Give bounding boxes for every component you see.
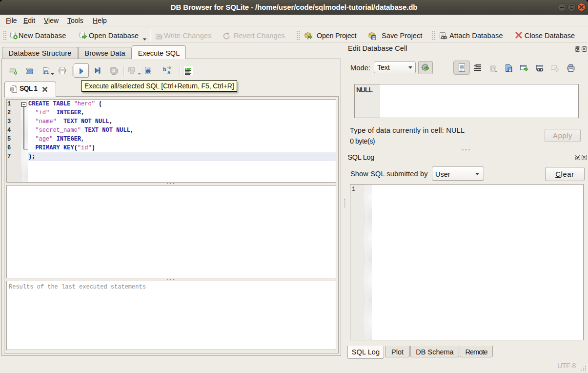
svg-text:a: a bbox=[167, 69, 171, 75]
svg-text:b: b bbox=[163, 66, 166, 72]
